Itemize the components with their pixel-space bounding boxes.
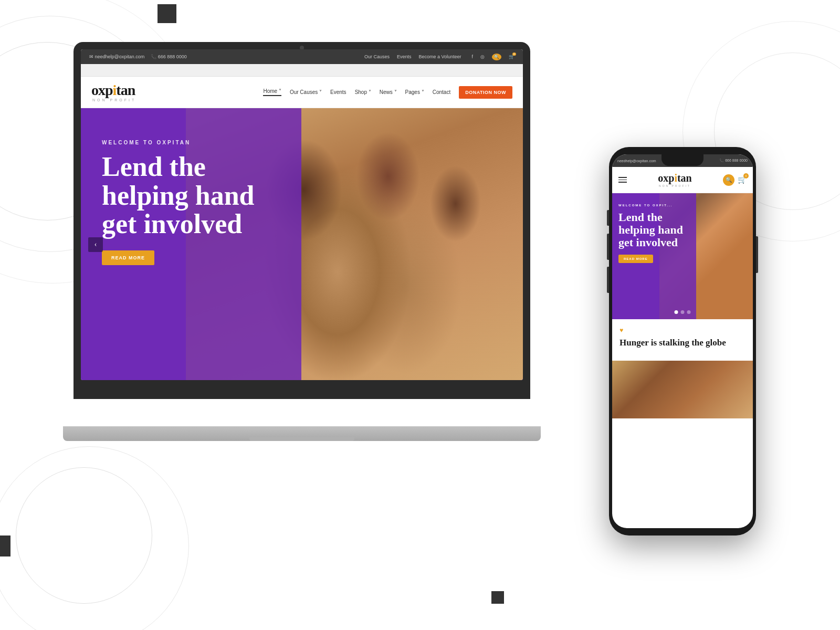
topbar-instagram-icon[interactable]: ◎	[480, 54, 485, 59]
laptop-screen: needhelp@oxpitan.com 666 888 0000 Our Ca…	[81, 49, 523, 380]
phone-side-btn-power	[756, 236, 758, 273]
nav-home[interactable]: Home ˅	[263, 88, 281, 96]
laptop-logo: oxpitan NON PROFIT	[91, 83, 136, 102]
bg-square-3	[0, 536, 10, 556]
topbar-search-icon[interactable]: 🔍	[492, 54, 501, 60]
phone-side-btn-vol-up	[607, 234, 609, 260]
dot-2[interactable]	[681, 310, 685, 314]
hero-prev-arrow[interactable]: ‹	[88, 237, 103, 252]
phone-cart-icon[interactable]: 🛒 0	[738, 175, 747, 184]
phone-hero-cta[interactable]: READ MORE	[618, 255, 653, 263]
topbar-facebook-icon[interactable]: f	[471, 54, 473, 59]
phone-screen: needhelp@oxpitan.com 📞 666 888 0000 oxpi…	[612, 154, 753, 528]
phone-topbar-phone: 📞 666 888 0000	[719, 159, 748, 163]
hero-subtitle: WELCOME TO OXPITAN	[102, 140, 280, 145]
scene: needhelp@oxpitan.com 666 888 0000 Our Ca…	[74, 42, 756, 567]
donate-button[interactable]: DONATION NOW	[459, 86, 512, 99]
phone-side-btn-vol-down	[607, 267, 609, 293]
topbar-email: needhelp@oxpitan.com	[89, 54, 144, 59]
phone-body: needhelp@oxpitan.com 📞 666 888 0000 oxpi…	[609, 147, 756, 536]
phone-hero-subtitle: WELCOME TO OXPIT...	[618, 204, 697, 207]
logo-subtitle: NON PROFIT	[92, 98, 136, 102]
hero-content: WELCOME TO OXPITAN Lend the helping hand…	[102, 140, 280, 265]
phone-img-preview	[612, 361, 753, 418]
phone-search-icon[interactable]: 🔍	[723, 174, 734, 186]
phone-topbar-email: needhelp@oxpitan.com	[617, 159, 656, 163]
nav-pages[interactable]: Pages ˅	[405, 89, 424, 95]
phone-hero-title: Lend the helping hand get involved	[618, 211, 697, 249]
phone-content-section: ♥ Hunger is stalking the globe	[612, 319, 753, 355]
nav-news[interactable]: News ˅	[380, 89, 397, 95]
phone-hero-dots	[675, 310, 691, 314]
topbar-cart-icon[interactable]: 🛒0	[509, 54, 514, 59]
laptop-secondary-nav	[81, 64, 523, 77]
nav-shop[interactable]: Shop ˅	[355, 89, 371, 95]
phone-device: needhelp@oxpitan.com 📞 666 888 0000 oxpi…	[609, 147, 756, 536]
laptop-header: oxpitan NON PROFIT Home ˅ Our Causes ˅ E…	[81, 77, 523, 108]
laptop-bottom-bar	[63, 426, 541, 441]
phone-hero: WELCOME TO OXPIT... Lend the helping han…	[612, 193, 753, 319]
logo-text: oxpitan	[91, 83, 136, 98]
bg-square-1	[158, 4, 176, 23]
topbar-nav-events[interactable]: Events	[397, 54, 412, 59]
phone-notch	[662, 154, 704, 166]
laptop-body: needhelp@oxpitan.com 666 888 0000 Our Ca…	[74, 42, 530, 399]
phone-hamburger-menu[interactable]	[618, 177, 627, 183]
laptop-hero: WELCOME TO OXPITAN Lend the helping hand…	[81, 108, 523, 380]
phone-hero-content: WELCOME TO OXPIT... Lend the helping han…	[618, 204, 697, 263]
laptop-device: needhelp@oxpitan.com 666 888 0000 Our Ca…	[74, 42, 530, 441]
laptop-topbar: needhelp@oxpitan.com 666 888 0000 Our Ca…	[81, 49, 523, 64]
dot-3[interactable]	[687, 310, 691, 314]
phone-section-title: Hunger is stalking the globe	[620, 338, 746, 348]
phone-side-btn-silent	[607, 210, 609, 226]
dot-1[interactable]	[675, 310, 678, 314]
phone-logo-container: oxpitan NON PROFIT	[658, 172, 691, 187]
hero-title: Lend the helping hand get involved	[102, 153, 280, 239]
topbar-nav-causes[interactable]: Our Causes	[364, 54, 390, 59]
laptop-main-nav: Home ˅ Our Causes ˅ Events Shop ˅ News ˅…	[263, 86, 512, 99]
laptop-topbar-left: needhelp@oxpitan.com 666 888 0000	[89, 54, 187, 59]
topbar-phone: 666 888 0000	[151, 54, 187, 59]
bg-square-4	[491, 591, 504, 604]
topbar-nav-volunteer[interactable]: Become a Volunteer	[418, 54, 461, 59]
nav-contact[interactable]: Contact	[433, 89, 450, 95]
laptop-topbar-right: Our Causes Events Become a Volunteer f ◎…	[364, 54, 514, 60]
phone-header-icons: 🔍 🛒 0	[723, 174, 747, 186]
phone-cart-badge: 0	[743, 173, 749, 178]
phone-logo-sub: NON PROFIT	[658, 184, 691, 187]
nav-causes[interactable]: Our Causes ˅	[290, 89, 322, 95]
phone-logo: oxpitan	[658, 172, 691, 184]
phone-section-heart-icon: ♥	[620, 327, 746, 334]
hero-cta-button[interactable]: READ MORE	[102, 250, 154, 265]
phone-header: oxpitan NON PROFIT 🔍 🛒 0	[612, 167, 753, 193]
nav-events[interactable]: Events	[330, 89, 346, 95]
laptop-base	[249, 437, 354, 441]
